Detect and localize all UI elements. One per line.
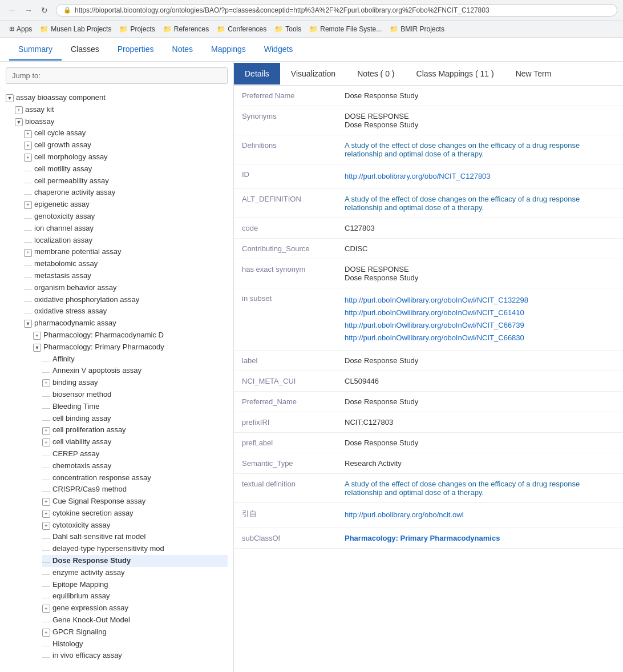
tree-node-affinity[interactable]: Affinity — [42, 353, 228, 365]
tree-node-cell-viability[interactable]: + cell viability assay — [42, 436, 228, 448]
expand-icon-pharm-d[interactable]: + — [33, 332, 41, 340]
expand-icon-cell-growth[interactable]: + — [24, 142, 32, 150]
expand-icon-cue-signal[interactable]: + — [42, 498, 50, 506]
bookmark-tools[interactable]: 📁Tools — [271, 24, 305, 34]
tree-node-equilibrium[interactable]: equilibrium assay — [42, 590, 228, 602]
tree-node-cell-binding[interactable]: cell binding assay — [42, 413, 228, 425]
url-bar[interactable]: 🔒 https://bioportal.bioontology.org/onto… — [56, 4, 617, 17]
subset-link-3[interactable]: http://purl.oboInOwllibrary.org/oboInOwl… — [345, 319, 615, 332]
expand-icon-cell-viability[interactable]: + — [42, 438, 50, 446]
expand-icon-cell-proliferation[interactable]: + — [42, 427, 50, 435]
tree-node-genotoxicity[interactable]: genotoxicity assay — [24, 211, 228, 223]
subclass-link[interactable]: Pharmacology: Primary Pharmacodynamics — [345, 534, 500, 542]
expand-icon-pharm-primary[interactable]: ▼ — [33, 344, 41, 352]
tree-node-cytotoxicity[interactable]: + cytotoxicity assay — [42, 520, 228, 532]
tree-node-binding[interactable]: + binding assay — [42, 377, 228, 389]
tree-node-pharm-d[interactable]: + Pharmacology: Pharmacodynamic D — [33, 329, 228, 341]
tree-node-root[interactable]: ▼ assay bioassay component — [6, 92, 228, 104]
node-label-oxidative-phos: oxidative phosphorylation assay — [34, 294, 139, 306]
tree-node-ion-channel[interactable]: ion channel assay — [24, 223, 228, 235]
tree-node-gene-knockout[interactable]: Gene Knock-Out Model — [42, 614, 228, 626]
jump-to-container[interactable]: Jump to: — [6, 67, 228, 84]
expand-icon-cell-morphology[interactable]: + — [24, 154, 32, 162]
top-tab-summary[interactable]: Summary — [9, 39, 62, 61]
expand-icon-assay-kit[interactable]: + — [15, 106, 23, 114]
tree-node-pharmacodynamic[interactable]: ▼ pharmacodynamic assay — [24, 317, 228, 329]
top-tab-properties[interactable]: Properties — [108, 39, 163, 61]
tree-node-localization[interactable]: localization assay — [24, 235, 228, 247]
tree-node-cell-cycle[interactable]: + cell cycle assay — [24, 127, 228, 139]
expand-icon-membrane[interactable]: + — [24, 249, 32, 257]
tree-node-bleeding-time[interactable]: Bleeding Time — [42, 401, 228, 413]
expand-icon-pharmacodynamic[interactable]: ▼ — [24, 320, 32, 328]
tree-node-cell-growth[interactable]: + cell growth assay — [24, 139, 228, 151]
tree-node-cerep[interactable]: CEREP assay — [42, 448, 228, 460]
citation-link[interactable]: http://purl.obolibrary.org/obo/ncit.owl — [345, 509, 615, 521]
tree-node-organism-behavior[interactable]: organism behavior assay — [24, 282, 228, 294]
tree-node-gpcr[interactable]: + GPCR Signaling — [42, 626, 228, 638]
tab-visualization[interactable]: Visualization — [280, 63, 346, 84]
tree-node-cell-motility[interactable]: cell motility assay — [24, 163, 228, 175]
tree-node-chaperone[interactable]: chaperone activity assay — [24, 187, 228, 199]
tree-node-chemotaxis[interactable]: chemotaxis assay — [42, 460, 228, 472]
tree-node-crispr[interactable]: CRISPR/Cas9 method — [42, 484, 228, 496]
bookmark-musen-lab-projects[interactable]: 📁Musen Lab Projects — [37, 24, 115, 34]
tree-node-biosensor[interactable]: biosensor method — [42, 389, 228, 401]
subset-link-2[interactable]: http://purl.oboInOwllibrary.org/oboInOwl… — [345, 307, 615, 319]
expand-icon-cell-cycle[interactable]: + — [24, 130, 32, 138]
bookmark-bmir-projects[interactable]: 📁BMIR Projects — [386, 24, 448, 34]
top-tab-mappings[interactable]: Mappings — [202, 39, 255, 61]
expand-icon-gpcr[interactable]: + — [42, 629, 50, 637]
tree-node-epitope[interactable]: Epitope Mapping — [42, 579, 228, 591]
tree-node-gene-expression[interactable]: + gene expression assay — [42, 602, 228, 614]
top-tab-notes[interactable]: Notes — [163, 39, 203, 61]
tree-node-oxidative-stress[interactable]: oxidative stress assay — [24, 305, 228, 317]
expand-icon-binding[interactable]: + — [42, 379, 50, 387]
tree-node-delayed-type[interactable]: delayed-type hypersensitivity mod — [42, 543, 228, 555]
tree-node-histology[interactable]: Histology — [42, 638, 228, 650]
tree-node-epigenetic[interactable]: + epigenetic assay — [24, 199, 228, 211]
top-tab-widgets[interactable]: Widgets — [255, 39, 302, 61]
top-tab-classes[interactable]: Classes — [62, 39, 108, 61]
jump-to-input[interactable] — [44, 71, 221, 80]
expand-icon-cytotoxicity[interactable]: + — [42, 522, 50, 530]
expand-icon-gene-expression[interactable]: + — [42, 605, 50, 613]
tree-node-oxidative-phosphorylation[interactable]: oxidative phosphorylation assay — [24, 294, 228, 306]
expand-icon-bioassay[interactable]: ▼ — [15, 118, 23, 126]
tree-node-metabolomic[interactable]: metabolomic assay — [24, 258, 228, 270]
bookmark-apps[interactable]: ⊞Apps — [6, 24, 35, 34]
tree-node-metastasis[interactable]: metastasis assay — [24, 270, 228, 282]
tab-details[interactable]: Details — [234, 63, 280, 84]
tab-class-mappings[interactable]: Class Mappings ( 11 ) — [406, 63, 505, 84]
tree-node-cell-proliferation[interactable]: + cell proliferation assay — [42, 424, 228, 436]
tree-node-cue-signal[interactable]: + Cue Signal Response assay — [42, 496, 228, 508]
reload-button[interactable]: ↻ — [38, 3, 51, 17]
bookmark-conferences[interactable]: 📁Conferences — [213, 24, 270, 34]
forward-button[interactable]: → — [22, 3, 35, 17]
bookmark-remote-file-syste...[interactable]: 📁Remote File Syste... — [306, 24, 385, 34]
expand-icon-cytokine[interactable]: + — [42, 510, 50, 518]
subset-link-1[interactable]: http://purl.oboInOwllibrary.org/oboInOwl… — [345, 294, 615, 307]
tree-node-annexin[interactable]: Annexin V apoptosis assay — [42, 365, 228, 377]
tree-node-cell-permeability[interactable]: cell permeability assay — [24, 175, 228, 187]
tab-notes[interactable]: Notes ( 0 ) — [346, 63, 405, 84]
expand-icon-epigenetic[interactable]: + — [24, 201, 32, 209]
tree-node-in-vivo[interactable]: in vivo efficacy assay — [42, 650, 228, 662]
subset-link-4[interactable]: http://purl.oboInOwllibrary.org/oboInOwl… — [345, 332, 615, 344]
bookmark-references[interactable]: 📁References — [160, 24, 212, 34]
tree-node-dahl[interactable]: Dahl salt-sensitive rat model — [42, 531, 228, 543]
tree-node-cell-morphology[interactable]: + cell morphology assay — [24, 151, 228, 163]
tree-node-pharm-primary[interactable]: ▼ Pharmacology: Primary Pharmacody — [33, 341, 228, 353]
tree-node-cytokine[interactable]: + cytokine secretion assay — [42, 508, 228, 520]
tree-node-dose-response[interactable]: Dose Response Study — [42, 555, 228, 567]
tree-node-membrane-potential[interactable]: + membrane potential assay — [24, 246, 228, 258]
tab-new-term[interactable]: New Term — [505, 63, 563, 84]
bookmark-projects[interactable]: 📁Projects — [116, 24, 158, 34]
id-link[interactable]: http://purl.obolibrary.org/obo/NCIT_C127… — [345, 170, 615, 183]
tree-node-assay-kit[interactable]: + assay kit — [15, 104, 228, 116]
back-button[interactable]: ← — [6, 3, 19, 17]
expand-icon-root[interactable]: ▼ — [6, 94, 14, 102]
tree-node-bioassay[interactable]: ▼ bioassay — [15, 116, 228, 128]
tree-node-concentration-response[interactable]: concentration response assay — [42, 472, 228, 484]
tree-node-enzyme[interactable]: enzyme activity assay — [42, 567, 228, 579]
